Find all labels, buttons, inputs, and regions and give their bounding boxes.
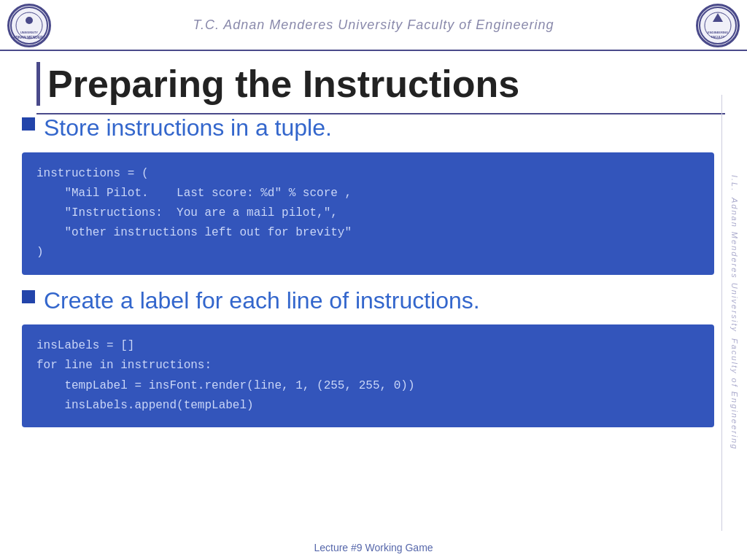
side-watermark: I.L. Adnan Menderes University Faculty o… [721, 95, 747, 531]
page-title: Preparing the Instructions [36, 62, 725, 106]
code-line-1-4: "other instructions left out for brevity… [36, 223, 700, 243]
footer-text: Lecture #9 Working Game [314, 542, 433, 553]
code-line-1-2: "Mail Pilot. Last score: %d" % score , [36, 184, 700, 203]
bullet-text-2: Create a label for each line of instruct… [44, 286, 480, 316]
svg-text:ADNAN MENDERS: ADNAN MENDERS [13, 35, 46, 39]
svg-text:ENGINEERING: ENGINEERING [708, 31, 728, 34]
svg-point-2 [26, 17, 33, 24]
main-content: Store instructions in a tuple. instructi… [22, 113, 714, 531]
logo-left: ADNAN MENDERS UNIVERSITY [7, 4, 51, 47]
bullet-item-2: Create a label for each line of instruct… [22, 286, 714, 316]
code-block-2: insLabels = [] for line in instructions:… [22, 324, 714, 427]
svg-marker-7 [713, 13, 723, 22]
logo-right-circle: ENGINEERING FACULTY [696, 4, 740, 47]
code-line-1-3: "Instructions: You are a mail pilot,", [36, 203, 700, 223]
watermark-line1: I.L. [730, 175, 739, 192]
watermark-line3: Faculty of Engineering [730, 338, 739, 450]
logo-right: ENGINEERING FACULTY [696, 4, 740, 47]
code-line-1-5: ) [36, 243, 700, 262]
code-line-2-1: insLabels = [] [36, 336, 700, 356]
bullet-square-2 [22, 290, 35, 303]
logo-left-circle: ADNAN MENDERS UNIVERSITY [7, 4, 51, 47]
code-line-1-1: instructions = ( [36, 164, 700, 184]
code-block-1: instructions = ( "Mail Pilot. Last score… [22, 152, 714, 275]
code-line-2-4: insLabels.append(tempLabel) [36, 396, 700, 416]
footer: Lecture #9 Working Game [0, 541, 747, 554]
code-line-2-3: tempLabel = insFont.render(line, 1, (255… [36, 376, 700, 396]
header-title: T.C. Adnan Menderes University Faculty o… [193, 18, 554, 33]
code-line-2-2: for line in instructions: [36, 356, 700, 376]
watermark-line2: Adnan Menderes University [730, 198, 739, 332]
page-title-container: Preparing the Instructions [36, 55, 725, 114]
svg-text:FACULTY: FACULTY [711, 35, 724, 39]
bullet-square-1 [22, 117, 35, 131]
bullet-item-1: Store instructions in a tuple. [22, 113, 714, 144]
bullet-text-1: Store instructions in a tuple. [44, 113, 332, 144]
header: T.C. Adnan Menderes University Faculty o… [0, 0, 747, 51]
svg-text:UNIVERSITY: UNIVERSITY [20, 31, 38, 34]
